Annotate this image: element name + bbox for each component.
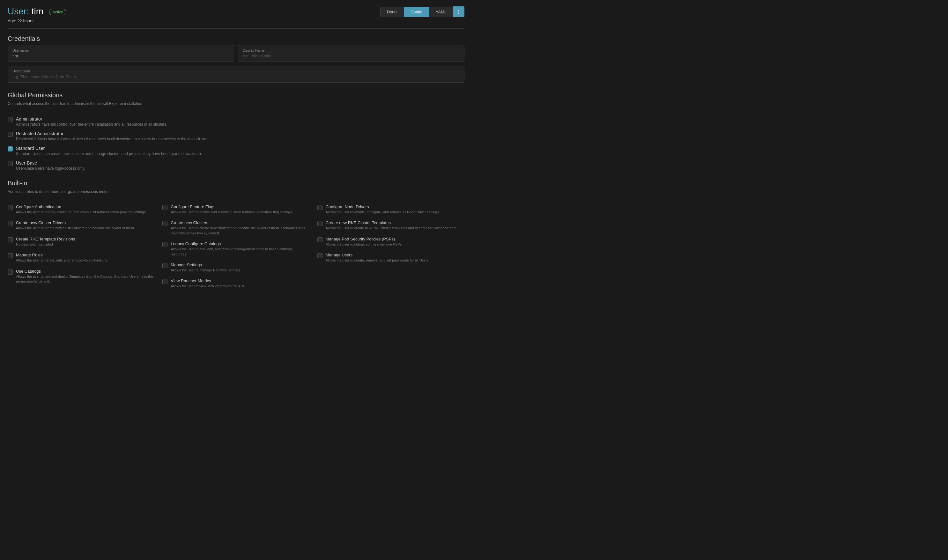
- builtin-text-7: Legacy Configure CatalogsAllows the user…: [171, 242, 309, 257]
- role-desc-restricted-administrator: Restricted Admins have full control over…: [16, 137, 209, 141]
- builtin-text-3: Manage RolesAllows the user to define, e…: [16, 252, 108, 263]
- role-text-user-base: User-BaseUser-Base users have login-acce…: [16, 160, 85, 171]
- age-value: 22 hours: [17, 18, 34, 23]
- builtin-desc-3: Allows the user to define, edit, and rem…: [16, 258, 108, 263]
- builtin-item-6: Create new ClustersAllows the user to cr…: [162, 220, 309, 236]
- global-permissions-section: Global Permissions Controls what access …: [8, 92, 465, 171]
- builtin-checkbox-6[interactable]: [162, 221, 168, 226]
- role-name-standard-user: Standard User: [16, 146, 202, 151]
- builtin-grid: Configure AuthenticationAllows the user …: [8, 205, 465, 295]
- builtin-col-1: Configure Feature FlagsAllows the user t…: [162, 205, 309, 295]
- tab-yaml[interactable]: YAML: [429, 7, 453, 17]
- display-name-placeholder: e.g. John Smith: [243, 54, 460, 58]
- builtin-checkbox-5[interactable]: [162, 205, 168, 210]
- builtin-item-9: View Rancher MetricsAllows the user to v…: [162, 278, 309, 289]
- builtin-item-4: Use CatalogsAllows the user to see and d…: [8, 269, 155, 284]
- builtin-checkbox-11[interactable]: [317, 221, 323, 226]
- user-header: User: tim Active Age: 22 hours: [8, 6, 66, 23]
- builtin-name-10: Configure Node Drivers: [326, 205, 440, 209]
- builtin-name-3: Manage Roles: [16, 252, 108, 257]
- user-label: User:: [8, 6, 29, 16]
- builtin-name-9: View Rancher Metrics: [171, 278, 245, 283]
- role-desc-user-base: User-Base users have login-access only.: [16, 166, 85, 171]
- builtin-name-0: Configure Authentication: [16, 205, 147, 209]
- builtin-title: Built-in: [8, 180, 465, 187]
- builtin-text-13: Manage UsersAllows the user to create, r…: [326, 252, 430, 263]
- builtin-desc-1: Allows the user to create new cluster dr…: [16, 226, 135, 231]
- role-name-user-base: User-Base: [16, 160, 85, 166]
- builtin-item-0: Configure AuthenticationAllows the user …: [8, 205, 155, 215]
- checkbox-restricted-administrator[interactable]: [8, 132, 13, 137]
- credentials-title: Credentials: [8, 35, 465, 42]
- description-field: Description e.g. This account is for Joh…: [8, 66, 465, 83]
- builtin-checkbox-9[interactable]: [162, 279, 168, 284]
- builtin-text-0: Configure AuthenticationAllows the user …: [16, 205, 147, 215]
- builtin-checkbox-2[interactable]: [8, 237, 13, 242]
- builtin-desc-11: Allows the user to create new RKE cluste…: [326, 226, 457, 231]
- builtin-name-1: Create new Cluster Drivers: [16, 220, 135, 225]
- builtin-checkbox-1[interactable]: [8, 221, 13, 226]
- age-label: Age:: [8, 18, 16, 23]
- user-name: tim: [32, 6, 43, 16]
- global-role-standard-user: Standard UserStandard Users can create n…: [8, 146, 465, 156]
- description-placeholder: e.g. This account is for John Smith: [12, 74, 460, 79]
- active-badge: Active: [49, 9, 67, 15]
- role-desc-administrator: Administrators have full control over th…: [16, 122, 168, 127]
- role-name-restricted-administrator: Restricted Administrator: [16, 131, 209, 136]
- checkbox-administrator[interactable]: [8, 117, 13, 122]
- global-roles-list: AdministratorAdministrators have full co…: [8, 116, 465, 171]
- role-desc-standard-user: Standard Users can create new clusters a…: [16, 151, 202, 156]
- builtin-desc-2: No description provided: [16, 242, 75, 247]
- builtin-name-11: Create new RKE Cluster Templates: [326, 220, 457, 225]
- builtin-text-9: View Rancher MetricsAllows the user to v…: [171, 278, 245, 289]
- builtin-item-11: Create new RKE Cluster TemplatesAllows t…: [317, 220, 465, 231]
- user-title: User: tim Active: [8, 6, 66, 17]
- builtin-name-8: Manage Settings: [171, 263, 241, 267]
- builtin-text-8: Manage SettingsAllows the user to manage…: [171, 263, 241, 273]
- header-divider: [8, 28, 465, 29]
- more-actions-button[interactable]: ⋮: [453, 6, 465, 17]
- builtin-item-1: Create new Cluster DriversAllows the use…: [8, 220, 155, 231]
- role-name-administrator: Administrator: [16, 116, 168, 122]
- builtin-text-1: Create new Cluster DriversAllows the use…: [16, 220, 135, 231]
- age-line: Age: 22 hours: [8, 18, 66, 23]
- display-name-field: Display Name e.g. John Smith: [238, 45, 465, 62]
- global-permissions-desc: Controls what access the user has to adm…: [8, 102, 465, 106]
- builtin-desc-8: Allows the user to manage Rancher Settin…: [171, 268, 241, 273]
- builtin-checkbox-10[interactable]: [317, 205, 323, 210]
- builtin-checkbox-4[interactable]: [8, 269, 13, 275]
- tab-config[interactable]: Config: [404, 7, 429, 17]
- builtin-name-13: Manage Users: [326, 252, 430, 257]
- global-permissions-title: Global Permissions: [8, 92, 465, 99]
- builtin-item-12: Manage Pod Security Policies (PSPs)Allow…: [317, 237, 465, 247]
- tab-detail[interactable]: Detail: [380, 7, 404, 17]
- builtin-desc-12: Allows the user to define, edit, and rem…: [326, 242, 403, 247]
- checkbox-user-base[interactable]: [8, 161, 13, 166]
- builtin-checkbox-7[interactable]: [162, 242, 168, 247]
- role-text-restricted-administrator: Restricted AdministratorRestricted Admin…: [16, 131, 209, 141]
- builtin-name-7: Legacy Configure Catalogs: [171, 242, 309, 246]
- builtin-checkbox-12[interactable]: [317, 237, 323, 242]
- builtin-desc-0: Allows the user to enable, configure, an…: [16, 210, 147, 215]
- builtin-checkbox-0[interactable]: [8, 205, 13, 210]
- builtin-text-10: Configure Node DriversAllows the user to…: [326, 205, 440, 215]
- builtin-name-6: Create new Clusters: [171, 220, 309, 225]
- builtin-checkbox-8[interactable]: [162, 263, 168, 268]
- username-value: tim: [12, 54, 229, 58]
- builtin-name-2: Create RKE Template Revisions: [16, 237, 75, 242]
- builtin-checkbox-13[interactable]: [317, 253, 323, 258]
- builtin-item-3: Manage RolesAllows the user to define, e…: [8, 252, 155, 263]
- checkbox-standard-user[interactable]: [8, 146, 13, 151]
- builtin-col-2: Configure Node DriversAllows the user to…: [317, 205, 465, 295]
- username-label: Username: [12, 48, 229, 52]
- builtin-divider: [8, 199, 465, 199]
- builtin-name-4: Use Catalogs: [16, 269, 155, 274]
- builtin-text-12: Manage Pod Security Policies (PSPs)Allow…: [326, 237, 403, 247]
- builtin-desc-13: Allows the user to create, remove, and s…: [326, 258, 430, 263]
- role-text-standard-user: Standard UserStandard Users can create n…: [16, 146, 202, 156]
- builtin-desc-4: Allows the user to see and deploy Templa…: [16, 274, 155, 284]
- builtin-desc: Additional roles to define more fine-gra…: [8, 189, 465, 194]
- builtin-text-4: Use CatalogsAllows the user to see and d…: [16, 269, 155, 284]
- builtin-checkbox-3[interactable]: [8, 253, 13, 258]
- builtin-item-10: Configure Node DriversAllows the user to…: [317, 205, 465, 215]
